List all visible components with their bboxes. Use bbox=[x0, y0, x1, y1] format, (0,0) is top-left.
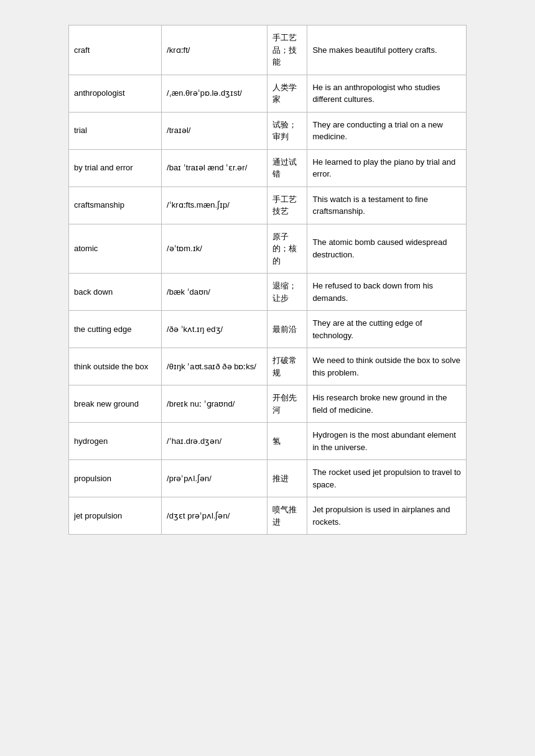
chinese-cell: 氢 bbox=[268, 423, 307, 460]
phonetic-cell: /traɪəl/ bbox=[162, 112, 268, 149]
vocabulary-table-wrapper: craft/krɑːft/手工艺品；技能She makes beautiful … bbox=[68, 25, 467, 535]
chinese-cell: 推进 bbox=[268, 460, 307, 497]
example-cell: This watch is a testament to fine crafts… bbox=[307, 187, 467, 224]
table-row: anthropologist/ˌæn.θrəˈpɒ.lə.dʒɪst/人类学家H… bbox=[69, 75, 467, 112]
table-row: back down/bæk ˈdaʊn/退缩；让步He refused to b… bbox=[69, 274, 467, 311]
table-row: craftsmanship/ˈkrɑːfts.mæn.ʃɪp/手工艺技艺This… bbox=[69, 187, 467, 224]
phonetic-cell: /breɪk nuː ˈɡraʊnd/ bbox=[162, 385, 268, 423]
phonetic-cell: /ˈkrɑːfts.mæn.ʃɪp/ bbox=[162, 187, 268, 224]
table-row: by trial and error/baɪ ˈtraɪəl ænd ˈɛr.ə… bbox=[69, 149, 467, 187]
phonetic-cell: /əˈtɒm.ɪk/ bbox=[162, 224, 268, 274]
word-cell: propulsion bbox=[69, 460, 162, 497]
chinese-cell: 原子的；核的 bbox=[268, 224, 307, 274]
phonetic-cell: /ˌæn.θrəˈpɒ.lə.dʒɪst/ bbox=[162, 75, 268, 112]
word-cell: by trial and error bbox=[69, 149, 162, 187]
chinese-cell: 手工艺技艺 bbox=[268, 187, 307, 224]
word-cell: craft bbox=[69, 25, 162, 75]
example-cell: He refused to back down from his demands… bbox=[307, 274, 467, 311]
table-row: hydrogen/ˈhaɪ.drə.dʒən/氢Hydrogen is the … bbox=[69, 423, 467, 460]
example-cell: They are conducting a trial on a new med… bbox=[307, 112, 467, 149]
phonetic-cell: /prəˈpʌl.ʃən/ bbox=[162, 460, 268, 497]
chinese-cell: 退缩；让步 bbox=[268, 274, 307, 311]
example-cell: She makes beautiful pottery crafts. bbox=[307, 25, 467, 75]
word-cell: craftsmanship bbox=[69, 187, 162, 224]
chinese-cell: 人类学家 bbox=[268, 75, 307, 112]
table-row: break new ground/breɪk nuː ˈɡraʊnd/开创先河H… bbox=[69, 385, 467, 423]
phonetic-cell: /ˈhaɪ.drə.dʒən/ bbox=[162, 423, 268, 460]
example-cell: We need to think outside the box to solv… bbox=[307, 348, 467, 385]
table-row: think outside the box/θɪŋk ˈaʊt.saɪð ðə … bbox=[69, 348, 467, 385]
word-cell: break new ground bbox=[69, 385, 162, 423]
chinese-cell: 最前沿 bbox=[268, 311, 307, 348]
word-cell: hydrogen bbox=[69, 423, 162, 460]
chinese-cell: 喷气推进 bbox=[268, 497, 307, 535]
chinese-cell: 手工艺品；技能 bbox=[268, 25, 307, 75]
example-cell: Hydrogen is the most abundant element in… bbox=[307, 423, 467, 460]
phonetic-cell: /θɪŋk ˈaʊt.saɪð ðə bɒːks/ bbox=[162, 348, 268, 385]
chinese-cell: 试验；审判 bbox=[268, 112, 307, 149]
table-row: craft/krɑːft/手工艺品；技能She makes beautiful … bbox=[69, 25, 467, 75]
word-cell: atomic bbox=[69, 224, 162, 274]
example-cell: The rocket used jet propulsion to travel… bbox=[307, 460, 467, 497]
example-cell: His research broke new ground in the fie… bbox=[307, 385, 467, 423]
chinese-cell: 通过试错 bbox=[268, 149, 307, 187]
phonetic-cell: /ðə ˈkʌt.ɪŋ edʒ/ bbox=[162, 311, 268, 348]
table-row: the cutting edge/ðə ˈkʌt.ɪŋ edʒ/最前沿They … bbox=[69, 311, 467, 348]
table-row: atomic/əˈtɒm.ɪk/原子的；核的The atomic bomb ca… bbox=[69, 224, 467, 274]
phonetic-cell: /baɪ ˈtraɪəl ænd ˈɛr.ər/ bbox=[162, 149, 268, 187]
word-cell: think outside the box bbox=[69, 348, 162, 385]
vocabulary-table: craft/krɑːft/手工艺品；技能She makes beautiful … bbox=[68, 25, 467, 535]
phonetic-cell: /bæk ˈdaʊn/ bbox=[162, 274, 268, 311]
example-cell: Jet propulsion is used in airplanes and … bbox=[307, 497, 467, 535]
table-row: jet propulsion/dʒɛt prəˈpʌl.ʃən/喷气推进Jet … bbox=[69, 497, 467, 535]
word-cell: jet propulsion bbox=[69, 497, 162, 535]
example-cell: They are at the cutting edge of technolo… bbox=[307, 311, 467, 348]
word-cell: trial bbox=[69, 112, 162, 149]
example-cell: He learned to play the piano by trial an… bbox=[307, 149, 467, 187]
table-row: propulsion/prəˈpʌl.ʃən/推进The rocket used… bbox=[69, 460, 467, 497]
chinese-cell: 打破常规 bbox=[268, 348, 307, 385]
example-cell: He is an anthropologist who studies diff… bbox=[307, 75, 467, 112]
word-cell: back down bbox=[69, 274, 162, 311]
phonetic-cell: /krɑːft/ bbox=[162, 25, 268, 75]
word-cell: the cutting edge bbox=[69, 311, 162, 348]
table-row: trial/traɪəl/试验；审判They are conducting a … bbox=[69, 112, 467, 149]
phonetic-cell: /dʒɛt prəˈpʌl.ʃən/ bbox=[162, 497, 268, 535]
chinese-cell: 开创先河 bbox=[268, 385, 307, 423]
word-cell: anthropologist bbox=[69, 75, 162, 112]
example-cell: The atomic bomb caused widespread destru… bbox=[307, 224, 467, 274]
